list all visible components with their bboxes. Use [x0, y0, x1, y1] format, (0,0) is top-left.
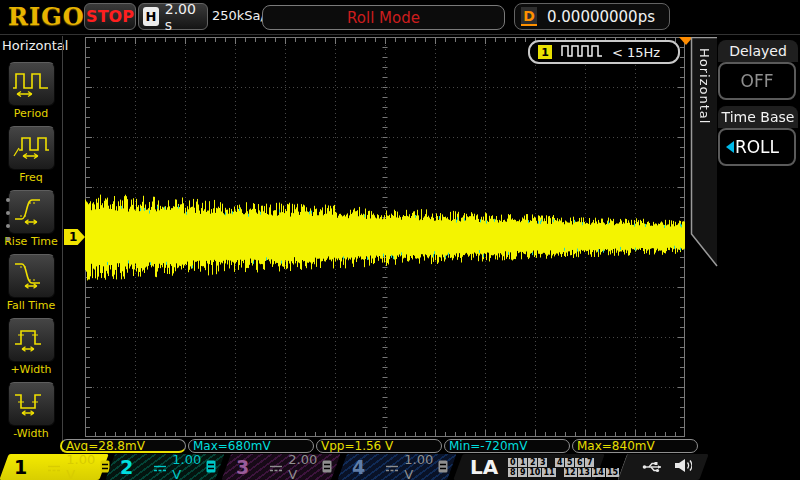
- channel3-scale-box: 2.00 V: [257, 457, 339, 477]
- run-state-badge[interactable]: STOP: [84, 3, 136, 30]
- digital-channel: 3: [538, 458, 547, 467]
- pos-width-icon: [11, 322, 51, 358]
- measurement-vpp[interactable]: Vpp=1.56 V: [316, 439, 442, 453]
- channel2-scale-box: 1.00 V: [141, 457, 223, 477]
- channel1-scale: 1.00 V: [66, 452, 95, 480]
- rise-time-icon: [11, 194, 51, 230]
- scroll-indicator-dot: [6, 211, 10, 215]
- channel4-scale: 1.00 V: [404, 452, 433, 480]
- digital-channel: 7: [585, 458, 594, 467]
- topbar-divider: [0, 34, 800, 35]
- delayed-value-text: OFF: [741, 71, 774, 91]
- channel2-status[interactable]: 2 1.00 V: [110, 454, 220, 480]
- menu-item-delayed-value[interactable]: OFF: [718, 62, 796, 100]
- la-label: LA: [470, 455, 498, 479]
- sidebar-item-fall-time[interactable]: Fall Time: [0, 254, 62, 312]
- digital-channel: 12: [564, 468, 577, 477]
- beeper-icon: [674, 458, 692, 477]
- usb-icon: [642, 458, 664, 477]
- sidebar-item-label: Freq: [0, 171, 62, 184]
- digital-channel: 9: [518, 468, 527, 477]
- digital-channel: 11: [542, 468, 555, 477]
- freq-icon: [11, 130, 51, 166]
- menu-item-delayed-label: Delayed: [718, 40, 798, 62]
- channel3-status[interactable]: 3 2.00 V: [226, 454, 336, 480]
- delay-label: D: [521, 7, 537, 26]
- bw-limit-icon: [206, 458, 216, 477]
- sidebar-item-neg-width[interactable]: -Width: [0, 382, 62, 440]
- bw-limit-icon: [322, 458, 332, 477]
- trigger-source-badge: 1: [538, 45, 552, 59]
- dc-coupling-icon: [47, 458, 61, 477]
- trigger-status-box: 1 < 15Hz: [528, 40, 680, 64]
- timebase-value: 2.00 s: [165, 1, 207, 33]
- channel4-scale-box: 1.00 V: [373, 457, 455, 477]
- oscilloscope-screen: RIGOL STOP H 2.00 s 250kSa/s Roll Mode D…: [0, 0, 800, 480]
- channel2-number: 2: [120, 456, 133, 478]
- digital-channel: 13: [578, 468, 591, 477]
- delay-box[interactable]: D 0.00000000ps: [514, 3, 670, 30]
- left-arrow-icon: [726, 141, 734, 153]
- horizontal-timebase-box[interactable]: H 2.00 s: [138, 3, 208, 30]
- channel3-scale: 2.00 V: [288, 452, 317, 480]
- fall-time-icon: [11, 258, 51, 294]
- digital-channel: 4: [555, 458, 564, 467]
- measurement-max2[interactable]: Max=840mV: [572, 439, 698, 453]
- bw-limit-icon: [438, 458, 448, 477]
- trigger-frequency: < 15Hz: [612, 45, 660, 60]
- period-icon: [11, 66, 51, 102]
- digital-channel: 10: [528, 468, 541, 477]
- digital-channel: 8: [508, 468, 517, 477]
- neg-width-icon: [11, 386, 51, 422]
- sidebar-title: Horizontal: [2, 38, 68, 53]
- sidebar-item-freq[interactable]: Freq: [0, 126, 62, 184]
- acquisition-mode-banner: Roll Mode: [262, 5, 505, 30]
- sidebar-item-period[interactable]: Period: [0, 62, 62, 120]
- status-icon-area: [622, 454, 704, 480]
- digital-channel: 1: [518, 458, 527, 467]
- channel2-scale: 1.00 V: [172, 452, 201, 480]
- menu-item-timebase-label: Time Base: [718, 106, 798, 128]
- sidebar-item-label: -Width: [0, 427, 62, 440]
- digital-channel: 5: [565, 458, 574, 467]
- dc-coupling-icon: [385, 458, 399, 477]
- channel4-status[interactable]: 4 1.00 V: [342, 454, 452, 480]
- channel1-status[interactable]: 1 1.00 V: [4, 454, 104, 480]
- sidebar-item-label: Period: [0, 107, 62, 120]
- digital-channel: 0: [508, 458, 517, 467]
- sidebar-item-label: +Width: [0, 363, 62, 376]
- digital-channel-grid: 0 1 2 3 4 5 6 7 8 9 10 11 12 1: [508, 458, 619, 477]
- sidebar-item-pos-width[interactable]: +Width: [0, 318, 62, 376]
- pulse-train-icon: [560, 43, 604, 62]
- h-label: H: [143, 7, 159, 26]
- dc-coupling-icon: [153, 458, 167, 477]
- measurement-avg[interactable]: Avg=28.8mV: [60, 439, 186, 453]
- channel1-number: 1: [14, 456, 27, 478]
- digital-channel: 15: [606, 468, 619, 477]
- measurement-max[interactable]: Max=680mV: [188, 439, 314, 453]
- scroll-indicator-dot: [6, 237, 10, 241]
- channel1-offset-marker[interactable]: 1: [64, 229, 85, 245]
- waveform-display[interactable]: [85, 37, 685, 437]
- menu-item-timebase-value[interactable]: ROLL: [718, 128, 796, 166]
- digital-channel: 6: [575, 458, 584, 467]
- sidebar-divider: [62, 36, 63, 452]
- channel4-number: 4: [352, 456, 365, 478]
- digital-channel: 2: [528, 458, 537, 467]
- timebase-value-text: ROLL: [735, 137, 779, 157]
- channel1-scale-box: 1.00 V: [35, 457, 117, 477]
- logic-analyzer-status[interactable]: LA 0 1 2 3 4 5 6 7 8 9 10 11: [458, 454, 600, 480]
- digital-channel: 14: [592, 468, 605, 477]
- scroll-indicator-dot: [6, 224, 10, 228]
- sidebar-item-label: Fall Time: [0, 299, 62, 312]
- measurement-min[interactable]: Min=-720mV: [444, 439, 570, 453]
- channel3-number: 3: [236, 456, 249, 478]
- menu-tab-label: Horizontal: [697, 48, 712, 228]
- delay-value: 0.00000000ps: [547, 8, 655, 26]
- dc-coupling-icon: [269, 458, 283, 477]
- scroll-indicator-dot: [6, 198, 10, 202]
